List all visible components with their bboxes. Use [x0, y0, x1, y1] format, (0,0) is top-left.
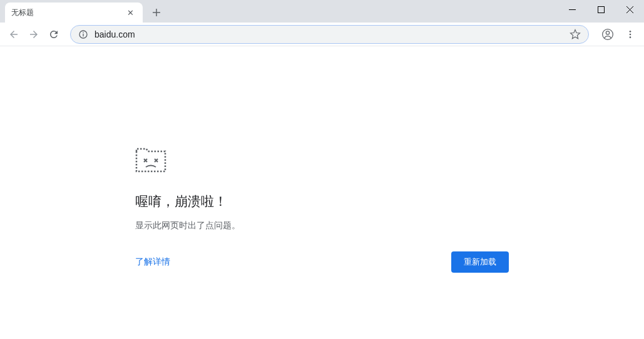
- forward-button[interactable]: [25, 26, 43, 43]
- close-tab-icon[interactable]: ✕: [125, 7, 136, 19]
- svg-rect-0: [569, 9, 576, 10]
- menu-button[interactable]: [621, 26, 639, 43]
- learn-more-link[interactable]: 了解详情: [135, 256, 170, 268]
- error-actions: 了解详情 重新加载: [135, 251, 509, 273]
- svg-point-6: [606, 31, 609, 34]
- sad-folder-icon: [135, 146, 509, 175]
- error-message: 显示此网页时出了点问题。: [135, 220, 509, 231]
- back-button[interactable]: [5, 26, 23, 43]
- titlebar: 无标题 ✕: [0, 0, 644, 23]
- svg-rect-3: [83, 33, 83, 36]
- new-tab-button[interactable]: [148, 4, 165, 21]
- reload-nav-button[interactable]: [45, 26, 63, 43]
- toolbar: [0, 23, 644, 46]
- minimize-button[interactable]: [558, 0, 586, 19]
- bookmark-star-icon[interactable]: [570, 29, 581, 40]
- reload-button[interactable]: 重新加载: [451, 251, 509, 273]
- svg-rect-1: [598, 6, 604, 13]
- error-title: 喔唷，崩溃啦！: [135, 193, 509, 210]
- window-controls: [558, 0, 644, 19]
- info-icon[interactable]: [78, 29, 88, 39]
- profile-button[interactable]: [599, 26, 616, 43]
- svg-point-7: [630, 31, 631, 33]
- maximize-button[interactable]: [586, 0, 615, 19]
- close-window-button[interactable]: [615, 0, 644, 19]
- svg-rect-4: [83, 32, 83, 33]
- browser-tab[interactable]: 无标题 ✕: [5, 3, 143, 23]
- url-input[interactable]: [95, 29, 570, 39]
- tab-title: 无标题: [11, 8, 121, 18]
- svg-point-8: [630, 33, 631, 35]
- address-bar[interactable]: [70, 25, 589, 44]
- page-content: 喔唷，崩溃啦！ 显示此网页时出了点问题。 了解详情 重新加载: [0, 46, 644, 273]
- svg-point-9: [630, 36, 631, 38]
